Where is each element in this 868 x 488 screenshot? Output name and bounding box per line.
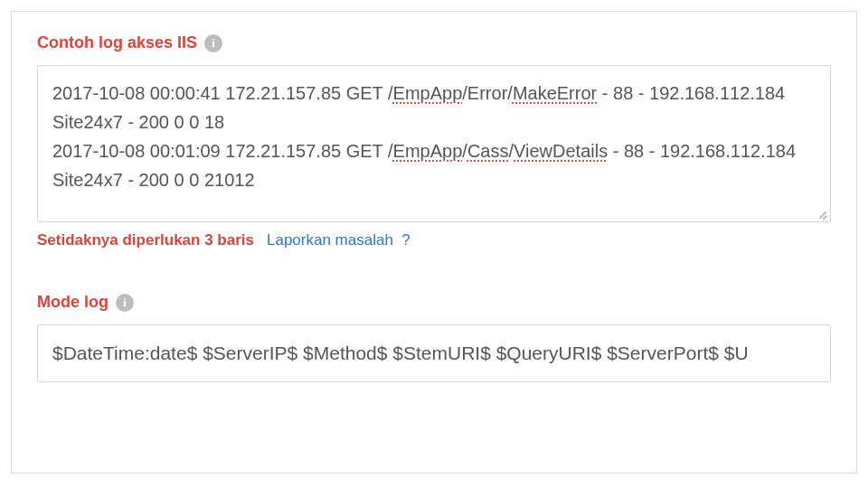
log-text-spellcheck: Cass — [467, 141, 509, 161]
info-icon[interactable]: i — [116, 294, 134, 312]
log-sample-label-text: Contoh log akses IIS — [37, 33, 197, 52]
log-text-spellcheck: EmpApp — [393, 141, 463, 161]
log-text: /Error/ — [462, 83, 513, 103]
mode-log-label: Mode log i — [37, 293, 831, 312]
log-text-spellcheck: EmpApp — [393, 83, 463, 103]
mode-log-input[interactable] — [37, 324, 831, 382]
info-icon[interactable]: i — [204, 34, 222, 52]
validation-row: Setidaknya diperlukan 3 baris Laporkan m… — [37, 231, 831, 249]
log-sample-textarea[interactable]: 2017-10-08 00:00:41 172.21.157.85 GET /E… — [37, 65, 831, 222]
log-text-spellcheck: MakeError — [513, 83, 597, 103]
mode-log-label-text: Mode log — [37, 293, 108, 312]
log-text: 2017-10-08 00:01:09 172.21.157.85 GET / — [52, 141, 393, 161]
log-text-spellcheck: ViewDetails — [514, 141, 608, 161]
report-problem-link[interactable]: Laporkan masalah — [267, 231, 393, 249]
log-sample-label: Contoh log akses IIS i — [37, 33, 831, 52]
log-text: 2017-10-08 00:00:41 172.21.157.85 GET / — [52, 83, 393, 103]
resize-handle-icon — [814, 205, 828, 220]
form-container: Contoh log akses IIS i 2017-10-08 00:00:… — [11, 11, 857, 474]
validation-error-text: Setidaknya diperlukan 3 baris — [37, 231, 254, 249]
log-sample-field-wrap: 2017-10-08 00:00:41 172.21.157.85 GET /E… — [37, 65, 831, 222]
help-icon[interactable]: ? — [401, 231, 410, 249]
